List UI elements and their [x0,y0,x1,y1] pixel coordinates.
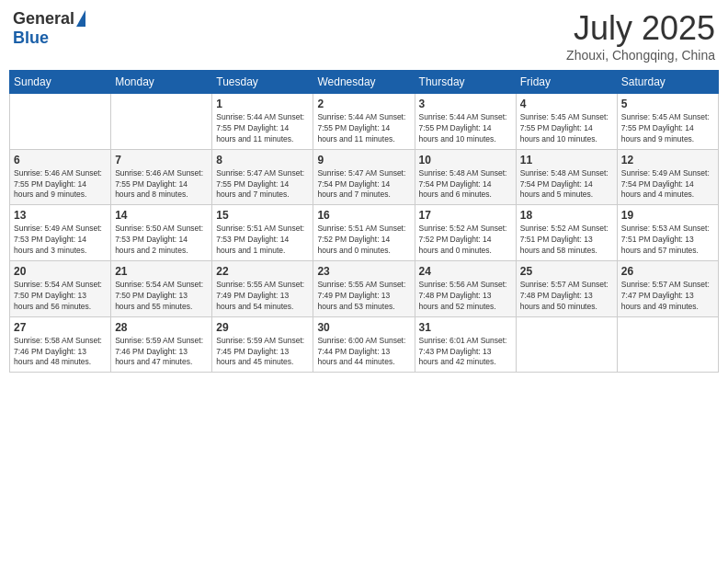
calendar-cell: 27Sunrise: 5:58 AM Sunset: 7:46 PM Dayli… [10,316,111,373]
day-detail: Sunrise: 5:48 AM Sunset: 7:54 PM Dayligh… [419,168,512,201]
day-detail: Sunrise: 5:48 AM Sunset: 7:54 PM Dayligh… [520,168,613,201]
calendar-cell: 28Sunrise: 5:59 AM Sunset: 7:46 PM Dayli… [111,316,212,373]
logo-triangle-icon [76,10,85,27]
calendar-cell: 25Sunrise: 5:57 AM Sunset: 7:48 PM Dayli… [516,261,617,317]
calendar-header-row: SundayMondayTuesdayWednesdayThursdayFrid… [10,71,719,94]
calendar-week-row: 27Sunrise: 5:58 AM Sunset: 7:46 PM Dayli… [10,316,719,373]
page-header: General Blue July 2025 Zhouxi, Chongqing… [9,9,719,63]
day-detail: Sunrise: 5:57 AM Sunset: 7:47 PM Dayligh… [621,280,714,313]
day-number: 7 [115,154,208,167]
day-number: 23 [317,265,410,278]
day-detail: Sunrise: 6:01 AM Sunset: 7:43 PM Dayligh… [419,336,512,369]
day-detail: Sunrise: 5:56 AM Sunset: 7:48 PM Dayligh… [419,280,512,313]
calendar-cell: 20Sunrise: 5:54 AM Sunset: 7:50 PM Dayli… [10,261,111,317]
day-detail: Sunrise: 5:44 AM Sunset: 7:55 PM Dayligh… [317,112,410,145]
day-number: 10 [419,154,512,167]
weekday-header: Monday [111,71,212,94]
calendar-week-row: 6Sunrise: 5:46 AM Sunset: 7:55 PM Daylig… [10,149,719,205]
day-number: 24 [419,265,512,278]
day-number: 17 [419,209,512,222]
day-detail: Sunrise: 5:57 AM Sunset: 7:48 PM Dayligh… [520,280,613,313]
calendar-cell: 29Sunrise: 5:59 AM Sunset: 7:45 PM Dayli… [212,316,313,373]
calendar-cell: 3Sunrise: 5:44 AM Sunset: 7:55 PM Daylig… [415,94,516,150]
logo-general-text: General [13,9,74,29]
calendar-table: SundayMondayTuesdayWednesdayThursdayFrid… [9,70,719,373]
weekday-header: Wednesday [313,71,415,94]
day-detail: Sunrise: 5:45 AM Sunset: 7:55 PM Dayligh… [520,112,613,145]
day-number: 13 [14,209,107,222]
calendar-cell: 26Sunrise: 5:57 AM Sunset: 7:47 PM Dayli… [617,261,718,317]
logo: General Blue [13,9,85,48]
day-detail: Sunrise: 5:50 AM Sunset: 7:53 PM Dayligh… [115,224,208,257]
day-detail: Sunrise: 5:46 AM Sunset: 7:55 PM Dayligh… [14,168,107,201]
calendar-cell: 1Sunrise: 5:44 AM Sunset: 7:55 PM Daylig… [212,94,313,150]
day-detail: Sunrise: 5:58 AM Sunset: 7:46 PM Dayligh… [14,336,107,369]
day-detail: Sunrise: 5:51 AM Sunset: 7:53 PM Dayligh… [216,224,309,257]
day-detail: Sunrise: 5:49 AM Sunset: 7:54 PM Dayligh… [621,168,714,201]
day-number: 12 [621,154,714,167]
day-number: 30 [317,321,410,334]
day-number: 16 [317,209,410,222]
day-detail: Sunrise: 5:55 AM Sunset: 7:49 PM Dayligh… [317,280,410,313]
calendar-cell: 30Sunrise: 6:00 AM Sunset: 7:44 PM Dayli… [313,316,415,373]
calendar-cell: 7Sunrise: 5:46 AM Sunset: 7:55 PM Daylig… [111,149,212,205]
day-detail: Sunrise: 5:47 AM Sunset: 7:54 PM Dayligh… [317,168,410,201]
day-number: 25 [520,265,613,278]
day-detail: Sunrise: 5:47 AM Sunset: 7:55 PM Dayligh… [216,168,309,201]
calendar-cell: 5Sunrise: 5:45 AM Sunset: 7:55 PM Daylig… [617,94,718,150]
day-number: 29 [216,321,309,334]
calendar-cell: 6Sunrise: 5:46 AM Sunset: 7:55 PM Daylig… [10,149,111,205]
calendar-cell: 18Sunrise: 5:52 AM Sunset: 7:51 PM Dayli… [516,205,617,261]
day-number: 14 [115,209,208,222]
weekday-header: Saturday [617,71,718,94]
calendar-cell: 23Sunrise: 5:55 AM Sunset: 7:49 PM Dayli… [313,261,415,317]
calendar-cell: 24Sunrise: 5:56 AM Sunset: 7:48 PM Dayli… [415,261,516,317]
day-number: 5 [621,98,714,110]
month-title: July 2025 [566,9,715,48]
day-number: 6 [14,154,107,167]
day-number: 8 [216,154,309,167]
day-detail: Sunrise: 5:46 AM Sunset: 7:55 PM Dayligh… [115,168,208,201]
day-detail: Sunrise: 5:51 AM Sunset: 7:52 PM Dayligh… [317,224,410,257]
calendar-cell: 8Sunrise: 5:47 AM Sunset: 7:55 PM Daylig… [212,149,313,205]
day-number: 15 [216,209,309,222]
location-text: Zhouxi, Chongqing, China [566,48,715,63]
calendar-cell [617,316,718,373]
day-number: 21 [115,265,208,278]
day-detail: Sunrise: 5:59 AM Sunset: 7:45 PM Dayligh… [216,336,309,369]
calendar-cell: 14Sunrise: 5:50 AM Sunset: 7:53 PM Dayli… [111,205,212,261]
calendar-cell: 19Sunrise: 5:53 AM Sunset: 7:51 PM Dayli… [617,205,718,261]
day-detail: Sunrise: 5:52 AM Sunset: 7:51 PM Dayligh… [520,224,613,257]
calendar-cell [111,94,212,150]
title-section: July 2025 Zhouxi, Chongqing, China [566,9,715,63]
day-number: 9 [317,154,410,167]
day-detail: Sunrise: 5:59 AM Sunset: 7:46 PM Dayligh… [115,336,208,369]
calendar-cell: 21Sunrise: 5:54 AM Sunset: 7:50 PM Dayli… [111,261,212,317]
day-detail: Sunrise: 5:44 AM Sunset: 7:55 PM Dayligh… [419,112,512,145]
weekday-header: Thursday [415,71,516,94]
calendar-week-row: 1Sunrise: 5:44 AM Sunset: 7:55 PM Daylig… [10,94,719,150]
calendar-cell [516,316,617,373]
calendar-cell: 31Sunrise: 6:01 AM Sunset: 7:43 PM Dayli… [415,316,516,373]
day-detail: Sunrise: 6:00 AM Sunset: 7:44 PM Dayligh… [317,336,410,369]
day-number: 2 [317,98,410,110]
day-detail: Sunrise: 5:55 AM Sunset: 7:49 PM Dayligh… [216,280,309,313]
day-detail: Sunrise: 5:44 AM Sunset: 7:55 PM Dayligh… [216,112,309,145]
calendar-cell: 13Sunrise: 5:49 AM Sunset: 7:53 PM Dayli… [10,205,111,261]
weekday-header: Sunday [10,71,111,94]
calendar-week-row: 20Sunrise: 5:54 AM Sunset: 7:50 PM Dayli… [10,261,719,317]
calendar-cell: 12Sunrise: 5:49 AM Sunset: 7:54 PM Dayli… [617,149,718,205]
calendar-cell: 4Sunrise: 5:45 AM Sunset: 7:55 PM Daylig… [516,94,617,150]
day-number: 4 [520,98,613,110]
calendar-cell: 9Sunrise: 5:47 AM Sunset: 7:54 PM Daylig… [313,149,415,205]
day-number: 11 [520,154,613,167]
day-detail: Sunrise: 5:52 AM Sunset: 7:52 PM Dayligh… [419,224,512,257]
calendar-cell: 16Sunrise: 5:51 AM Sunset: 7:52 PM Dayli… [313,205,415,261]
day-number: 27 [14,321,107,334]
day-detail: Sunrise: 5:45 AM Sunset: 7:55 PM Dayligh… [621,112,714,145]
calendar-cell: 10Sunrise: 5:48 AM Sunset: 7:54 PM Dayli… [415,149,516,205]
day-number: 20 [14,265,107,278]
weekday-header: Tuesday [212,71,313,94]
day-detail: Sunrise: 5:53 AM Sunset: 7:51 PM Dayligh… [621,224,714,257]
calendar-cell: 11Sunrise: 5:48 AM Sunset: 7:54 PM Dayli… [516,149,617,205]
